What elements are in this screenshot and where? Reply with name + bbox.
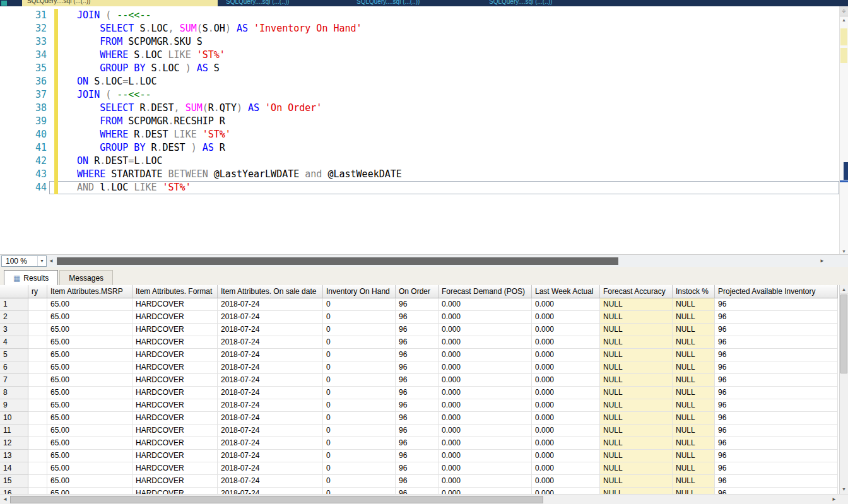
column-header[interactable]: Inventory On Hand [323,285,396,298]
grid-cell[interactable]: NULL [673,298,715,311]
scroll-up-icon[interactable]: ▲ [840,285,848,294]
scrollbar-thumb[interactable] [57,257,618,265]
grid-cell[interactable]: 96 [396,399,439,412]
grid-cell[interactable]: 65.00 [47,488,132,494]
column-header[interactable]: On Order [396,285,439,298]
grid-cell[interactable]: 0.000 [532,349,600,361]
line-number[interactable]: 38 [0,102,49,115]
column-header[interactable]: Forecast Accuracy [600,285,673,298]
line-number[interactable]: 33 [0,35,49,49]
editor-vertical-scrollbar[interactable]: ÷ ▲ ▼ [839,6,848,254]
grid-cell[interactable]: NULL [673,387,715,399]
grid-vertical-scrollbar[interactable]: ▲ ▼ [839,285,848,494]
grid-cell[interactable]: 0.000 [439,324,532,336]
grid-cell[interactable]: HARDCOVER [132,387,218,399]
grid-cell[interactable]: 65.00 [47,374,132,387]
grid-cell[interactable]: 0 [323,361,396,374]
grid-cell[interactable] [28,399,47,412]
grid-cell[interactable]: 2018-07-24 [218,336,323,349]
scrollbar-track[interactable] [10,496,829,503]
grid-cell[interactable]: 96 [715,437,838,450]
grid-cell[interactable]: 0 [323,475,396,488]
grid-cell[interactable]: 2018-07-24 [218,361,323,374]
grid-cell[interactable]: NULL [673,462,715,475]
grid-cell[interactable]: 0 [323,412,396,425]
grid-cell[interactable]: 2018-07-24 [218,324,323,336]
line-number[interactable]: 37 [0,88,49,102]
grid-cell[interactable]: 0 [323,324,396,336]
column-header[interactable]: Item Attributes. Format [132,285,218,298]
grid-cell[interactable]: 0 [323,298,396,311]
grid-cell[interactable]: 65.00 [47,311,132,324]
scroll-up-icon[interactable]: ▲ [840,16,848,24]
code-line-body[interactable]: GROUP BY S.LOC ) AS S [49,62,839,75]
grid-cell[interactable] [28,374,47,387]
row-number[interactable]: 8 [0,387,28,399]
grid-cell[interactable]: HARDCOVER [132,450,218,462]
grid-cell[interactable]: HARDCOVER [132,425,218,437]
column-header[interactable]: Item Attributes. On sale date [218,285,323,298]
code-line-body[interactable]: JOIN ( --<<-- [49,9,839,22]
grid-cell[interactable]: 0.000 [439,399,532,412]
grid-cell[interactable]: 96 [396,437,439,450]
code-line[interactable]: 43 WHERE STARTDATE BETWEEN @LastYearLWDA… [0,168,839,181]
grid-cell[interactable]: HARDCOVER [132,374,218,387]
grid-cell[interactable]: NULL [673,450,715,462]
grid-cell[interactable]: 96 [715,425,838,437]
chevron-down-icon[interactable]: ▾ [37,256,46,266]
grid-cell[interactable]: HARDCOVER [132,324,218,336]
grid-cell[interactable]: NULL [600,412,673,425]
scroll-right-icon[interactable]: ► [829,496,839,502]
grid-cell[interactable]: 96 [396,298,439,311]
grid-cell[interactable]: NULL [600,450,673,462]
grid-cell[interactable]: 0.000 [532,462,600,475]
code-line-body[interactable]: JOIN ( --<<-- [49,88,839,102]
grid-cell[interactable]: 96 [715,298,838,311]
grid-cell[interactable]: 0.000 [532,437,600,450]
grid-cell[interactable]: 0 [323,387,396,399]
row-number[interactable]: 3 [0,324,28,336]
code-line-body[interactable]: SELECT R.DEST, SUM(R.QTY) AS 'On Order' [49,102,839,115]
scrollbar-thumb[interactable] [840,295,847,373]
grid-cell[interactable]: 0.000 [439,412,532,425]
grid-cell[interactable]: 0.000 [439,361,532,374]
grid-cell[interactable]: NULL [673,412,715,425]
code-line-body[interactable]: GROUP BY R.DEST ) AS R [49,141,839,155]
grid-cell[interactable]: NULL [600,399,673,412]
grid-cell[interactable]: 96 [715,412,838,425]
grid-cell[interactable]: 2018-07-24 [218,437,323,450]
grid-cell[interactable]: 96 [715,361,838,374]
grid-cell[interactable] [28,412,47,425]
grid-cell[interactable]: 0 [323,311,396,324]
code-line[interactable]: 31 JOIN ( --<<-- [0,9,839,22]
grid-cell[interactable]: 0 [323,488,396,494]
grid-cell[interactable]: 96 [396,324,439,336]
grid-cell[interactable]: NULL [673,437,715,450]
row-number[interactable]: 5 [0,349,28,361]
code-line[interactable]: 42 ON R.DEST=L.LOC [0,155,839,168]
grid-cell[interactable]: 96 [715,475,838,488]
column-header[interactable]: ry [28,285,47,298]
grid-cell[interactable]: 0.000 [532,425,600,437]
grid-cell[interactable]: 0.000 [532,311,600,324]
grid-cell[interactable]: NULL [600,387,673,399]
row-number[interactable]: 4 [0,336,28,349]
grid-cell[interactable]: 65.00 [47,399,132,412]
code-line[interactable]: 38 SELECT R.DEST, SUM(R.QTY) AS 'On Orde… [0,102,839,115]
tab-results[interactable]: ▦ Results [4,270,58,285]
grid-cell[interactable]: 0.000 [532,412,600,425]
grid-cell[interactable]: 0.000 [532,488,600,494]
grid-cell[interactable]: NULL [673,311,715,324]
grid-cell[interactable]: 0.000 [439,437,532,450]
grid-cell[interactable]: 2018-07-24 [218,387,323,399]
code-line-body[interactable]: WHERE STARTDATE BETWEEN @LastYearLWDATE … [49,168,839,181]
grid-cell[interactable]: 0.000 [439,425,532,437]
editor-splitter-handle[interactable]: ÷ [840,6,848,16]
grid-cell[interactable]: HARDCOVER [132,361,218,374]
grid-cell[interactable]: HARDCOVER [132,399,218,412]
code-line-body[interactable]: FROM SCPOMGR.SKU S [49,35,839,49]
grid-cell[interactable]: NULL [673,475,715,488]
grid-cell[interactable]: 2018-07-24 [218,450,323,462]
grid-cell[interactable]: NULL [673,336,715,349]
grid-cell[interactable]: 2018-07-24 [218,349,323,361]
